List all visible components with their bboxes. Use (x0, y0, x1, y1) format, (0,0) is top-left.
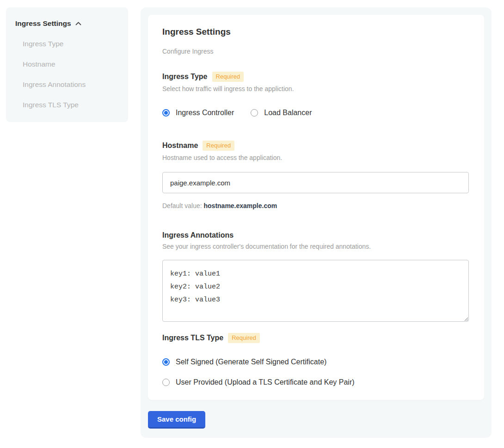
tls-type-radio-group: Self Signed (Generate Self Signed Certif… (162, 358, 470, 387)
ingress-type-radio-group: Ingress Controller Load Balancer (162, 109, 470, 117)
save-config-button[interactable]: Save config (148, 411, 205, 429)
section-help-hostname: Hostname used to access the application. (162, 154, 470, 161)
section-ingress-annotations: Ingress Annotations See your ingress con… (162, 231, 470, 322)
hostname-default-value: hostname.example.com (204, 202, 277, 209)
section-ingress-type: Ingress Type Required Select how traffic… (162, 72, 470, 117)
required-badge: Required (228, 333, 260, 343)
radio-option-user-provided[interactable]: User Provided (Upload a TLS Certificate … (162, 378, 470, 387)
sidebar-item-ingress-annotations[interactable]: Ingress Annotations (23, 80, 119, 89)
sidebar-item-hostname[interactable]: Hostname (23, 60, 119, 68)
ingress-annotations-textarea[interactable]: key1: value1 key2: value2 key3: value3 (162, 260, 469, 322)
radio-option-load-balancer[interactable]: Load Balancer (251, 109, 312, 117)
radio-label-user-provided: User Provided (Upload a TLS Certificate … (176, 378, 355, 387)
section-hostname: Hostname Required Hostname used to acces… (162, 141, 470, 209)
config-nav-sidebar: Ingress Settings Ingress Type Hostname I… (6, 7, 128, 122)
page-title: Ingress Settings (162, 27, 470, 37)
section-ingress-tls-type: Ingress TLS Type Required Self Signed (G… (162, 333, 470, 387)
config-panel: Ingress Settings Configure Ingress Ingre… (141, 7, 492, 438)
sidebar-group-ingress-settings[interactable]: Ingress Settings (15, 19, 119, 28)
section-title-ingress-annotations: Ingress Annotations (162, 231, 234, 239)
radio-label-load-balancer: Load Balancer (264, 109, 312, 117)
section-help-ingress-annotations: See your ingress controller's documentat… (162, 243, 470, 250)
section-title-hostname: Hostname (162, 141, 198, 150)
config-card: Ingress Settings Configure Ingress Ingre… (148, 15, 484, 400)
radio-load-balancer[interactable] (251, 109, 258, 117)
radio-option-self-signed[interactable]: Self Signed (Generate Self Signed Certif… (162, 358, 470, 366)
hostname-default-line: Default value: hostname.example.com (162, 202, 470, 209)
sidebar-item-ingress-type[interactable]: Ingress Type (23, 40, 119, 48)
radio-label-ingress-controller: Ingress Controller (176, 109, 234, 117)
sidebar-group-label: Ingress Settings (15, 19, 71, 28)
required-badge: Required (212, 72, 244, 82)
section-title-ingress-tls-type: Ingress TLS Type (162, 334, 223, 342)
hostname-default-prefix: Default value: (162, 202, 204, 209)
radio-user-provided[interactable] (162, 379, 170, 386)
radio-label-self-signed: Self Signed (Generate Self Signed Certif… (176, 358, 326, 366)
chevron-up-icon (75, 22, 81, 25)
sidebar-item-ingress-tls-type[interactable]: Ingress TLS Type (23, 101, 119, 109)
section-title-ingress-type: Ingress Type (162, 73, 208, 81)
page-subtitle: Configure Ingress (162, 48, 470, 55)
radio-self-signed[interactable] (162, 358, 170, 366)
section-help-ingress-type: Select how traffic will ingress to the a… (162, 85, 470, 92)
hostname-input[interactable] (162, 172, 469, 193)
radio-option-ingress-controller[interactable]: Ingress Controller (162, 109, 234, 117)
required-badge: Required (203, 141, 234, 151)
radio-ingress-controller[interactable] (162, 109, 170, 117)
